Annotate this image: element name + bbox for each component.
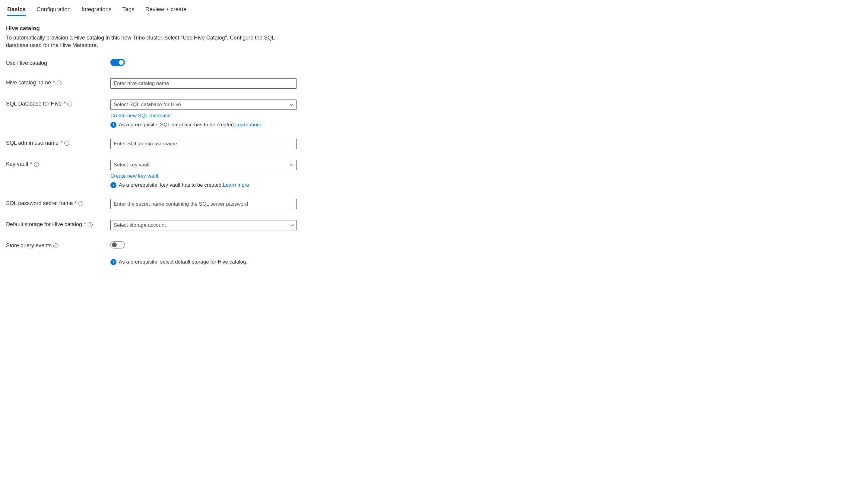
required-icon: * [74,200,76,206]
key-vault-label: Key vault [6,161,28,167]
info-icon[interactable]: i [53,244,58,248]
key-vault-info-text: As a prerequisite, key vault has to be c… [119,182,223,188]
info-icon[interactable]: i [57,80,62,85]
toggle-knob-icon [119,60,124,65]
required-icon: * [60,140,62,146]
info-badge-icon: i [111,122,116,128]
secret-name-label: SQL password secret name [6,200,73,206]
info-icon[interactable]: i [34,162,39,167]
required-icon: * [84,221,86,228]
default-storage-select[interactable]: Select storage account [111,220,297,230]
tab-basics[interactable]: Basics [7,6,26,16]
key-vault-select[interactable]: Select key vault [111,160,297,170]
tab-tags[interactable]: Tags [122,6,134,16]
section-title: Hive catalog [6,25,862,32]
catalog-name-input[interactable] [111,78,297,89]
required-icon: * [63,101,65,107]
section-description: To automatically provision a Hive catalo… [6,34,296,49]
key-vault-placeholder: Select key vault [114,162,150,168]
default-storage-placeholder: Select storage account [114,222,166,228]
sql-db-info-text: As a prerequisite, SQL database has to b… [119,122,235,128]
sql-db-select[interactable]: Select SQL database for Hive [111,99,297,110]
sql-db-learn-more-link[interactable]: Learn more [235,122,261,128]
info-icon[interactable]: i [88,222,93,227]
tab-configuration[interactable]: Configuration [36,6,70,16]
tab-review-create[interactable]: Review + create [145,6,187,16]
sql-user-input[interactable] [111,139,297,149]
secret-name-input[interactable] [111,199,297,209]
sql-user-label: SQL admin username [6,140,59,146]
info-badge-icon: i [111,259,116,265]
sql-db-label: SQL Database for Hive [6,101,62,107]
use-hive-label: Use Hive catalog [6,60,47,66]
info-icon[interactable]: i [64,141,69,145]
info-icon[interactable]: i [67,102,72,106]
use-hive-toggle[interactable] [111,59,125,66]
default-storage-label: Default storage for Hive catalog [6,221,82,228]
store-query-toggle[interactable] [111,241,125,249]
create-key-vault-link[interactable]: Create new key vault [111,173,158,179]
info-badge-icon: i [111,182,116,188]
store-query-info-text: As a prerequisite, select default storag… [119,259,247,265]
tabs-nav: Basics Configuration Integrations Tags R… [6,6,862,16]
toggle-knob-icon [112,242,117,247]
catalog-name-label: Hive catalog name [6,79,51,86]
required-icon: * [53,79,55,86]
sql-db-placeholder: Select SQL database for Hive [114,102,181,108]
tab-integrations[interactable]: Integrations [82,6,111,16]
key-vault-learn-more-link[interactable]: Learn more [223,182,249,188]
create-sql-db-link[interactable]: Create new SQL database [111,113,171,119]
store-query-label: Store query events [6,242,52,249]
required-icon: * [30,161,32,167]
info-icon[interactable]: i [79,201,83,206]
